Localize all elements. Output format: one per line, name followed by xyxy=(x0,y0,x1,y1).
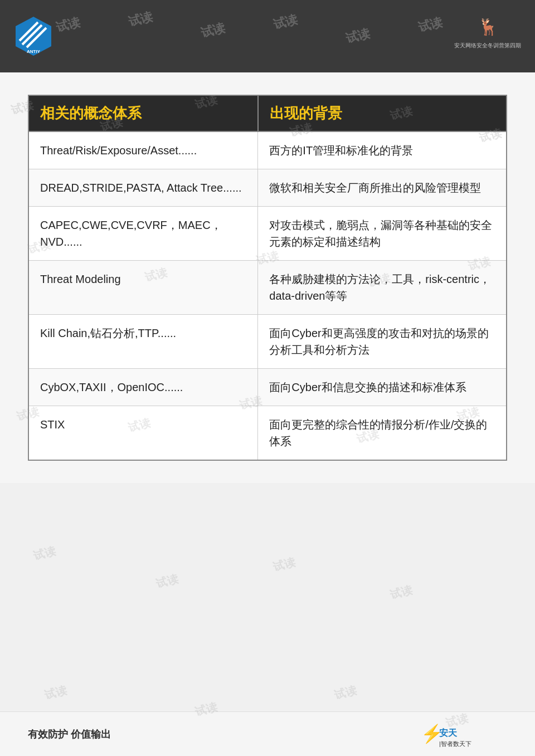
antiy-logo-icon: ANTIY xyxy=(11,14,56,58)
table-cell-left-0: Threat/Risk/Exposure/Asset...... xyxy=(28,131,258,169)
body-watermark-21: 试读 xyxy=(43,682,69,703)
table-cell-right-1: 微软和相关安全厂商所推出的风险管理模型 xyxy=(258,169,507,207)
concepts-table: 相关的概念体系 出现的背景 Threat/Risk/Exposure/Asset… xyxy=(28,95,507,461)
footer: 有效防护 价值输出 ⚡ 安天 |智者数天下 xyxy=(0,711,535,756)
table-cell-right-3: 各种威胁建模的方法论，工具，risk-centric，data-driven等等 xyxy=(258,261,507,315)
table-row: CAPEC,CWE,CVE,CVRF，MAEC，NVD......对攻击模式，脆… xyxy=(28,207,507,261)
footer-right-logo: ⚡ 安天 |智者数天下 xyxy=(418,720,507,748)
watermark-2: 试读 xyxy=(127,8,154,31)
table-cell-left-3: Threat Modeling xyxy=(28,261,258,315)
table-row: STIX面向更完整的综合性的情报分析/作业/交换的体系 xyxy=(28,406,507,461)
header: 试读 试读 试读 试读 试读 试读 ANTIY 🦌 安天网络安全冬训营第四期 xyxy=(0,0,535,72)
body-watermark-18: 试读 xyxy=(154,571,180,591)
watermark-1: 试读 xyxy=(54,14,82,36)
body-watermark-23: 试读 xyxy=(333,682,358,703)
table-cell-right-4: 面向Cyber和更高强度的攻击和对抗的场景的分析工具和分析方法 xyxy=(258,315,507,369)
table-cell-right-6: 面向更完整的综合性的情报分析/作业/交换的体系 xyxy=(258,406,507,461)
footer-tagline: 有效防护 价值输出 xyxy=(28,728,111,741)
footer-logo-icon: ⚡ 安天 |智者数天下 xyxy=(418,720,507,748)
table-cell-left-5: CybOX,TAXII，OpenIOC...... xyxy=(28,369,258,406)
table-cell-right-2: 对攻击模式，脆弱点，漏洞等各种基础的安全元素的标定和描述结构 xyxy=(258,207,507,261)
main-content: 相关的概念体系 出现的背景 Threat/Risk/Exposure/Asset… xyxy=(0,72,535,483)
table-header-col2: 出现的背景 xyxy=(258,95,507,131)
table-cell-right-0: 西方的IT管理和标准化的背景 xyxy=(258,131,507,169)
watermark-6: 试读 xyxy=(416,14,444,36)
svg-text:安天: 安天 xyxy=(439,728,458,738)
table-cell-right-5: 面向Cyber和信息交换的描述和标准体系 xyxy=(258,369,507,406)
table-cell-left-4: Kill Chain,钻石分析,TTP...... xyxy=(28,315,258,369)
table-row: Threat/Risk/Exposure/Asset......西方的IT管理和… xyxy=(28,131,507,169)
svg-text:安天网络安全冬训营第四期: 安天网络安全冬训营第四期 xyxy=(454,42,521,48)
table-header-col1: 相关的概念体系 xyxy=(28,95,258,131)
table-cell-left-2: CAPEC,CWE,CVE,CVRF，MAEC，NVD...... xyxy=(28,207,258,261)
watermark-5: 试读 xyxy=(344,25,372,47)
header-right: 🦌 安天网络安全冬训营第四期 xyxy=(451,18,524,55)
table-row: DREAD,STRIDE,PASTA, Attack Tree......微软和… xyxy=(28,169,507,207)
body-watermark-20: 试读 xyxy=(388,582,414,602)
watermark-3: 试读 xyxy=(199,19,227,42)
table-row: Kill Chain,钻石分析,TTP......面向Cyber和更高强度的攻击… xyxy=(28,315,507,369)
header-right-logo-icon: 🦌 安天网络安全冬训营第四期 xyxy=(451,18,524,55)
body-watermark-17: 试读 xyxy=(32,543,57,563)
logo-area: ANTIY xyxy=(11,14,56,58)
table-row: Threat Modeling各种威胁建模的方法论，工具，risk-centri… xyxy=(28,261,507,315)
svg-text:🦌: 🦌 xyxy=(478,18,499,37)
table-cell-left-6: STIX xyxy=(28,406,258,461)
svg-text:|智者数天下: |智者数天下 xyxy=(439,740,471,747)
svg-text:ANTIY: ANTIY xyxy=(27,49,41,54)
body-watermark-19: 试读 xyxy=(271,554,297,574)
watermark-4: 试读 xyxy=(271,11,299,33)
table-cell-left-1: DREAD,STRIDE,PASTA, Attack Tree...... xyxy=(28,169,258,207)
table-row: CybOX,TAXII，OpenIOC......面向Cyber和信息交换的描述… xyxy=(28,369,507,406)
